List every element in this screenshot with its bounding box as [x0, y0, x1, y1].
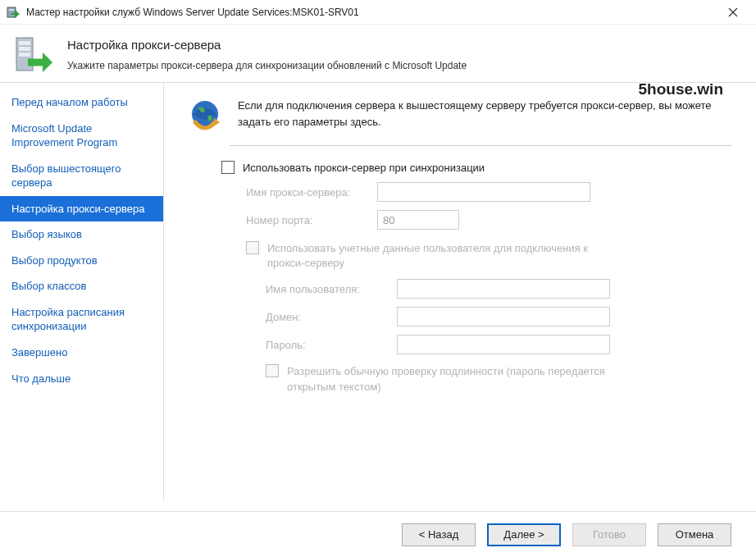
domain-input: [397, 307, 610, 326]
sidebar-item-schedule[interactable]: Настройка расписания синхронизации: [0, 299, 163, 340]
svg-rect-5: [19, 53, 30, 57]
password-input: [397, 335, 610, 354]
content-panel: Если для подключения сервера к вышестоящ…: [164, 83, 756, 501]
sidebar-item-whatsnext[interactable]: Что дальше: [0, 366, 163, 392]
username-label: Имя пользователя:: [266, 283, 397, 295]
port-input: [377, 210, 459, 230]
port-label: Номер порта:: [246, 214, 377, 226]
use-proxy-label: Использовать прокси-сервер при синхрониз…: [243, 162, 485, 174]
cancel-button[interactable]: Отмена: [658, 523, 731, 546]
wizard-body: Перед началом работы Microsoft Update Im…: [0, 82, 756, 501]
page-title: Настройка прокси-сервера: [67, 38, 743, 52]
username-input: [397, 279, 610, 299]
sidebar-item-products[interactable]: Выбор продуктов: [0, 248, 163, 274]
sidebar-item-languages[interactable]: Выбор языков: [0, 221, 163, 248]
sidebar-item-finished[interactable]: Завершено: [0, 340, 163, 366]
use-proxy-checkbox[interactable]: [221, 161, 235, 174]
header-icon: [13, 34, 54, 75]
sidebar-item-upstream[interactable]: Выбор вышестоящего сервера: [0, 156, 163, 196]
sidebar-item-before-start[interactable]: Перед началом работы: [0, 89, 163, 116]
sidebar: Перед началом работы Microsoft Update Im…: [0, 83, 164, 501]
use-credentials-label: Использовать учетные данные пользователя…: [267, 241, 612, 271]
sidebar-item-classifications[interactable]: Выбор классов: [0, 273, 163, 299]
allow-basic-checkbox: [266, 364, 279, 377]
use-credentials-checkbox: [246, 241, 259, 254]
svg-rect-1: [9, 9, 14, 11]
sidebar-item-improvement[interactable]: Microsoft Update Improvement Program: [0, 116, 163, 156]
globe-icon: [187, 98, 223, 134]
svg-rect-3: [19, 41, 30, 45]
close-button[interactable]: [717, 1, 749, 24]
window-title: Мастер настройки служб Windows Server Up…: [26, 7, 717, 18]
back-button[interactable]: < Назад: [402, 523, 476, 546]
wizard-header: Настройка прокси-сервера Укажите парамет…: [0, 25, 756, 82]
proxy-form: Использовать прокси-сервер при синхрониз…: [221, 161, 731, 395]
domain-label: Домен:: [266, 311, 397, 323]
titlebar: Мастер настройки служб Windows Server Up…: [0, 0, 756, 25]
divider: [230, 145, 731, 146]
svg-rect-0: [7, 7, 16, 17]
intro-text: Если для подключения сервера к вышестоящ…: [238, 98, 731, 130]
finish-button: Готово: [572, 523, 646, 546]
proxy-name-label: Имя прокси-сервера:: [246, 186, 377, 199]
proxy-name-input: [377, 182, 590, 202]
app-icon: [7, 6, 20, 19]
svg-rect-4: [19, 47, 30, 51]
wizard-footer: < Назад Далее > Готово Отмена: [0, 511, 756, 557]
password-label: Пароль:: [266, 339, 397, 351]
page-subtitle: Укажите параметры прокси-сервера для син…: [67, 60, 743, 71]
next-button[interactable]: Далее >: [487, 523, 561, 546]
sidebar-item-proxy[interactable]: Настройка прокси-сервера: [0, 196, 163, 222]
allow-basic-label: Разрешить обычную проверку подлинности (…: [287, 364, 631, 394]
